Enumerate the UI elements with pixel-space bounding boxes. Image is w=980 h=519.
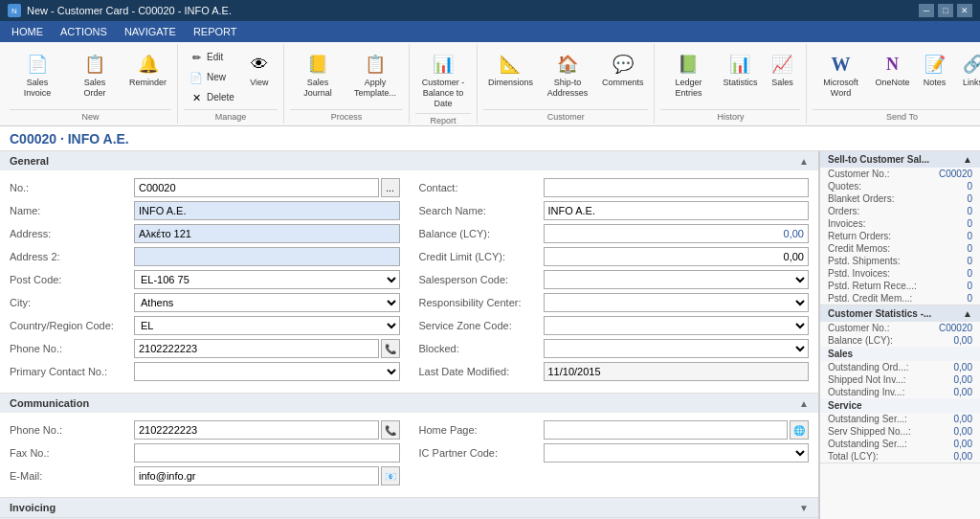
pstd-invoices-row: Pstd. Invoices: 0 xyxy=(820,267,980,280)
no-lookup-button[interactable]: ... xyxy=(381,178,400,197)
sales-invoice-button[interactable]: 📄 Sales Invoice xyxy=(10,48,65,102)
homepage-browse-button[interactable]: 🌐 xyxy=(790,420,809,440)
customer-balance-icon: 📊 xyxy=(430,51,457,78)
last-date-input xyxy=(544,362,810,381)
general-section-content: No.: ... Name: Address: xyxy=(0,170,818,393)
communication-section-header[interactable]: Communication ▲ xyxy=(0,394,818,413)
address-input[interactable] xyxy=(134,224,400,243)
serv-shipped-value[interactable]: 0,00 xyxy=(954,426,972,437)
microsoft-word-button[interactable]: W Microsoft Word xyxy=(813,48,868,102)
email-send-button[interactable]: 📧 xyxy=(381,466,400,485)
fax-input[interactable] xyxy=(134,443,400,463)
sales-journal-button[interactable]: 📒 Sales Journal xyxy=(290,48,345,102)
statistics-button[interactable]: 📊 Statistics xyxy=(718,48,762,91)
menu-report[interactable]: REPORT xyxy=(186,24,245,39)
general-section: General ▲ No.: ... Name: xyxy=(0,151,818,394)
ledger-entries-button[interactable]: 📗 Ledger Entries xyxy=(660,48,716,102)
quotes-row: Quotes: 0 xyxy=(820,180,980,192)
view-button[interactable]: 👁 View xyxy=(241,48,278,91)
dimensions-button[interactable]: 📐 Dimensions xyxy=(483,48,538,91)
pstd-shipments-value[interactable]: 0 xyxy=(967,256,972,266)
ship-to-addresses-button[interactable]: 🏠 Ship-to Addresses xyxy=(540,48,595,102)
name-input[interactable] xyxy=(134,201,400,220)
return-orders-value[interactable]: 0 xyxy=(967,231,972,241)
outstanding-ser2-value[interactable]: 0,00 xyxy=(954,439,972,449)
invoices-value[interactable]: 0 xyxy=(967,218,972,229)
credit-memos-value[interactable]: 0 xyxy=(967,243,972,254)
blocked-select[interactable] xyxy=(544,339,810,358)
address2-input[interactable] xyxy=(134,247,400,266)
invoicing-section-header[interactable]: Invoicing ▼ xyxy=(0,498,818,517)
phone-call-button[interactable]: 📞 xyxy=(381,339,400,358)
onenote-button[interactable]: N OneNote xyxy=(870,48,914,91)
apply-template-button[interactable]: 📋 Apply Template... xyxy=(347,48,403,102)
communication-collapse-icon: ▲ xyxy=(799,398,809,409)
menu-home[interactable]: HOME xyxy=(4,24,51,39)
outstanding-inv-value[interactable]: 0,00 xyxy=(954,387,972,397)
pstd-credit-value[interactable]: 0 xyxy=(967,293,972,304)
customer-balance-button[interactable]: 📊 Customer - Balance to Date xyxy=(415,48,471,111)
pstd-invoices-value[interactable]: 0 xyxy=(967,268,972,279)
communication-section: Communication ▲ Phone No.: 📞 xyxy=(0,394,818,498)
search-name-input[interactable] xyxy=(544,201,810,220)
ledger-entries-icon: 📗 xyxy=(675,51,702,78)
ic-partner-label: IC Partner Code: xyxy=(419,447,544,459)
balance-lcy-input[interactable] xyxy=(544,224,810,243)
outstanding-ser-value[interactable]: 0,00 xyxy=(954,414,972,424)
sales-button[interactable]: 📈 Sales xyxy=(764,48,800,91)
city-label: City: xyxy=(10,297,134,308)
links-button[interactable]: 🔗 Links xyxy=(955,48,980,91)
menu-navigate[interactable]: NAVIGATE xyxy=(117,24,184,39)
outstanding-ord-value[interactable]: 0,00 xyxy=(954,362,972,372)
phone-label: Phone No.: xyxy=(10,343,134,354)
delete-button[interactable]: ✕ Delete xyxy=(184,88,239,107)
sendto-group-label: Send To xyxy=(813,109,980,122)
phone-input[interactable] xyxy=(134,339,379,358)
comm-phone-input[interactable] xyxy=(134,420,379,440)
balance-lcy-label: Balance (LCY): xyxy=(419,228,544,239)
maximize-button[interactable]: □ xyxy=(938,4,953,17)
quotes-value[interactable]: 0 xyxy=(967,181,972,192)
page-title-bar: C00020 · INFO A.E. xyxy=(0,126,980,151)
country-select[interactable]: EL xyxy=(134,316,400,335)
sell-to-header[interactable]: Sell-to Customer Sal... ▲ xyxy=(820,151,980,168)
orders-value[interactable]: 0 xyxy=(967,206,972,216)
country-label: Country/Region Code: xyxy=(10,320,134,331)
notes-button[interactable]: 📝 Notes xyxy=(917,48,953,91)
outstanding-ser-row: Outstanding Ser...: 0,00 xyxy=(820,413,980,425)
new-button[interactable]: 📄 New xyxy=(184,68,239,87)
contact-label: Contact: xyxy=(419,182,544,193)
sell-to-customer-no-row: Customer No.: C00020 xyxy=(820,168,980,180)
close-button[interactable]: ✕ xyxy=(957,4,972,17)
comments-button[interactable]: 💬 Comments xyxy=(597,48,649,91)
stats-customer-no-link[interactable]: C00020 xyxy=(939,323,972,333)
city-select[interactable]: Athens xyxy=(134,293,400,312)
credit-limit-input[interactable] xyxy=(544,247,810,266)
primary-contact-select[interactable] xyxy=(134,362,400,381)
sales-order-button[interactable]: 📋 Sales Order xyxy=(67,48,122,102)
shipped-not-inv-value[interactable]: 0,00 xyxy=(954,374,972,385)
comm-phone-call-button[interactable]: 📞 xyxy=(381,420,400,440)
resp-center-select[interactable] xyxy=(544,293,810,312)
pstd-return-value[interactable]: 0 xyxy=(967,281,972,291)
salesperson-select[interactable] xyxy=(544,270,810,289)
fax-label: Fax No.: xyxy=(10,447,134,459)
homepage-input[interactable] xyxy=(544,420,789,440)
service-zone-select[interactable] xyxy=(544,316,810,335)
ic-partner-select[interactable] xyxy=(544,443,810,463)
minimize-button[interactable]: ─ xyxy=(919,4,934,17)
general-section-header[interactable]: General ▲ xyxy=(0,151,818,170)
sell-to-customer-no-link[interactable]: C00020 xyxy=(939,169,972,179)
shipped-not-inv-row: Shipped Not Inv...: 0,00 xyxy=(820,373,980,386)
invoices-row: Invoices: 0 xyxy=(820,217,980,230)
contact-input[interactable] xyxy=(544,178,810,197)
customer-statistics-header[interactable]: Customer Statistics -... ▲ xyxy=(820,305,980,322)
postcode-select[interactable]: EL-106 75 xyxy=(134,270,400,289)
menu-actions[interactable]: ACTIONS xyxy=(53,24,115,39)
email-input[interactable] xyxy=(134,466,379,485)
edit-button[interactable]: ✏ Edit xyxy=(184,48,239,67)
no-input[interactable] xyxy=(134,178,379,197)
reminder-button[interactable]: 🔔 Reminder xyxy=(124,48,171,91)
view-icon: 👁 xyxy=(246,51,273,78)
blanket-orders-value[interactable]: 0 xyxy=(967,193,972,204)
